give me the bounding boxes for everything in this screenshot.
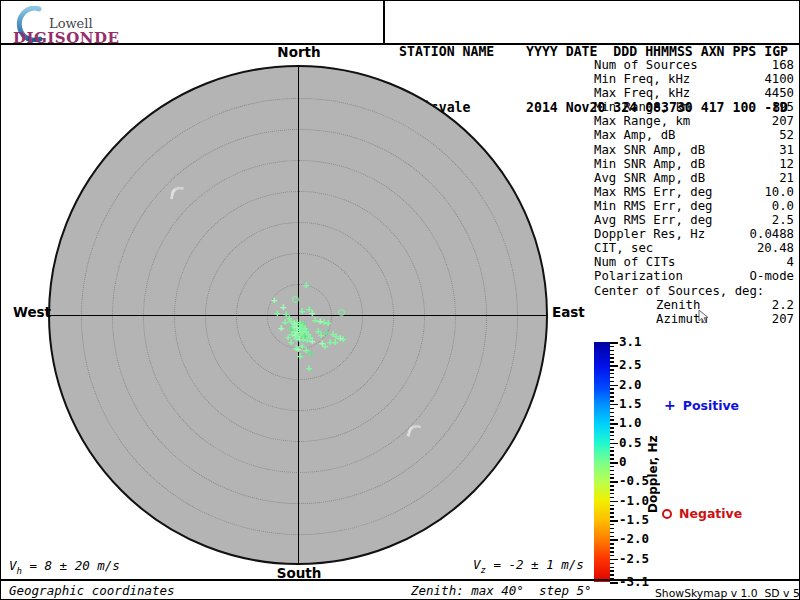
stat-row: PolarizationO-mode	[594, 269, 794, 283]
stat-value: 10.0	[764, 185, 794, 199]
stat-row: Center of Sources, deg:	[594, 284, 794, 298]
legend-negative-label: Negative	[679, 506, 742, 521]
source-point-positive: +	[288, 336, 295, 347]
colorbar-minor-tick	[610, 412, 614, 414]
colorbar-tick	[610, 443, 618, 445]
stat-label: Polarization	[594, 269, 683, 283]
colorbar-tick	[610, 462, 618, 464]
source-point-negative	[338, 309, 345, 316]
stat-row: Min Range, km195	[594, 100, 794, 114]
stat-value: 52	[779, 128, 794, 142]
stat-row: Min Freq, kHz4100	[594, 72, 794, 86]
app-version: ShowSkymap v 1.0 SD v 5.1	[655, 587, 800, 600]
stat-value: 4450	[764, 86, 794, 100]
colorbar-minor-tick	[610, 396, 614, 398]
stat-label: Min SNR Amp, dB	[594, 157, 705, 171]
colorbar-minor-tick	[610, 392, 614, 394]
stat-row: Max RMS Err, deg10.0	[594, 185, 794, 199]
colorbar-minor-tick	[610, 419, 614, 421]
stat-row: Min SNR Amp, dB12	[594, 157, 794, 171]
colorbar-tick-label: 1.0	[619, 415, 642, 430]
colorbar-minor-tick	[610, 470, 614, 472]
colorbar-minor-tick	[610, 354, 614, 356]
vz-readout: Vz = -2 ± 1 m/s	[473, 557, 584, 575]
colorbar-tick	[610, 365, 618, 367]
colorbar-minor-tick	[610, 516, 614, 518]
colorbar-minor-tick	[610, 350, 614, 352]
compass-label-east: East	[552, 304, 585, 320]
vh-value: = 8 ± 20 m/s	[22, 558, 120, 573]
colorbar-tick-label: 0.5	[619, 435, 642, 450]
colorbar-minor-tick	[610, 435, 614, 437]
stat-row: Avg SNR Amp, dB21	[594, 171, 794, 185]
source-point-negative	[292, 296, 299, 303]
stat-label: Min RMS Err, deg	[594, 199, 712, 213]
stat-label: Max Amp, dB	[594, 128, 675, 142]
stat-label: Max Range, km	[594, 114, 690, 128]
colorbar-minor-tick	[610, 458, 614, 460]
stat-value: 0.0	[772, 199, 794, 213]
skymap-plot: North South West East ++++++++++++++++++…	[1, 1, 601, 599]
colorbar-minor-tick	[610, 551, 614, 553]
stat-value: 4	[787, 255, 794, 269]
colorbar-minor-tick	[610, 528, 614, 530]
stat-label: Avg RMS Err, deg	[594, 213, 712, 227]
colorbar-minor-tick	[610, 357, 614, 359]
stat-label: Num of CITs	[594, 255, 675, 269]
stat-value: 195	[772, 100, 794, 114]
stat-label: Avg SNR Amp, dB	[594, 171, 705, 185]
source-point-positive: +	[278, 322, 285, 333]
stat-row: Num of Sources168	[594, 58, 794, 72]
colorbar-minor-tick	[610, 447, 614, 449]
colorbar-tick	[610, 539, 618, 541]
stat-label: Max SNR Amp, dB	[594, 143, 705, 157]
colorbar-minor-tick	[610, 454, 614, 456]
colorbar-minor-tick	[610, 536, 614, 538]
stat-value: 207	[772, 312, 794, 326]
stat-label: CIT, sec	[594, 241, 653, 255]
source-point-positive: +	[271, 294, 278, 305]
colorbar-minor-tick	[610, 474, 614, 476]
colorbar-minor-tick	[610, 400, 614, 402]
stat-label: Num of Sources	[594, 58, 698, 72]
mouse-cursor-icon	[698, 310, 709, 324]
colorbar-tick	[610, 481, 618, 483]
colorbar-minor-tick	[610, 431, 614, 433]
source-point-positive: +	[307, 347, 314, 358]
plus-marker-icon: +	[664, 397, 676, 413]
colorbar-tick-label: 3.1	[619, 334, 642, 349]
stat-value: O-mode	[750, 269, 794, 283]
stat-label: Center of Sources, deg:	[594, 284, 764, 298]
colorbar-tick	[610, 520, 618, 522]
vh-readout: Vh = 8 ± 20 m/s	[9, 558, 120, 576]
stat-row: Max Range, km207	[594, 114, 794, 128]
stat-value: 2.2	[772, 298, 794, 312]
colorbar-minor-tick	[610, 497, 614, 499]
colorbar-minor-tick	[610, 555, 614, 557]
colorbar-tick-label: -1.0	[619, 493, 649, 508]
stat-value: 4100	[764, 72, 794, 86]
colorbar-minor-tick	[610, 532, 614, 534]
source-point-positive: +	[332, 336, 339, 347]
stat-label: Min Range, km	[594, 100, 690, 114]
colorbar-tick-label: -2.5	[619, 551, 649, 566]
colorbar-tick-label: 2.5	[619, 357, 642, 372]
compass-label-north: North	[273, 44, 325, 60]
stat-row: Avg RMS Err, deg2.5	[594, 213, 794, 227]
colorbar-minor-tick	[610, 427, 614, 429]
colorbar-tick	[610, 559, 618, 561]
coordinates-note: Geographic coordinates	[9, 583, 175, 598]
stat-row: Max Amp, dB52	[594, 128, 794, 142]
colorbar-minor-tick	[610, 373, 614, 375]
stat-row: Min RMS Err, deg0.0	[594, 199, 794, 213]
colorbar-tick-label: 0	[619, 454, 627, 469]
colorbar-tick	[610, 385, 618, 387]
stat-value: 168	[772, 58, 794, 72]
colorbar-minor-tick	[610, 377, 614, 379]
colorbar-minor-tick	[610, 505, 614, 507]
colorbar-tick	[610, 423, 618, 425]
colorbar-gradient	[594, 342, 610, 582]
stat-value: 31	[779, 143, 794, 157]
source-point-positive: +	[297, 350, 304, 361]
colorbar-minor-tick	[610, 361, 614, 363]
